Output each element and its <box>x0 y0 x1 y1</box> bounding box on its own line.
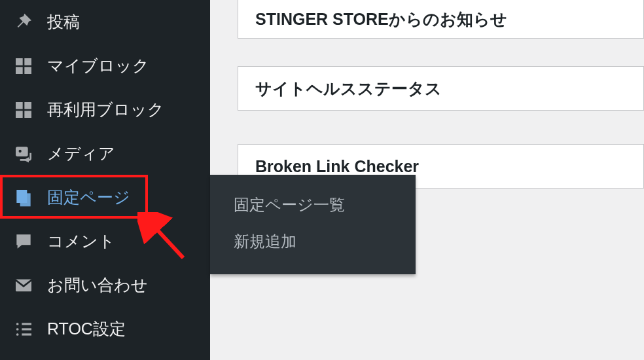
sidebar-item-media[interactable]: メディア <box>0 132 210 175</box>
media-icon <box>12 142 35 166</box>
submenu-item-label: 新規追加 <box>234 232 296 250</box>
sidebar-item-label: マイブロック <box>47 58 149 74</box>
svg-rect-2 <box>16 67 23 74</box>
admin-sidebar: 投稿 マイブロック 再利用ブロック <box>0 0 210 360</box>
svg-rect-11 <box>20 193 31 206</box>
comment-icon <box>12 230 35 253</box>
sidebar-item-pages[interactable]: 固定ページ <box>0 175 210 219</box>
submenu-item-label: 固定ページ一覧 <box>234 196 345 213</box>
submenu-item-pages-new[interactable]: 新規追加 <box>210 223 416 260</box>
panel-title: STINGER STOREからのお知らせ <box>255 9 507 30</box>
sidebar-item-reusable-blocks[interactable]: 再利用ブロック <box>0 88 210 132</box>
svg-rect-8 <box>16 147 28 156</box>
submenu-item-pages-list[interactable]: 固定ページ一覧 <box>210 187 416 223</box>
pin-icon <box>12 10 35 34</box>
grid-icon <box>12 98 35 122</box>
svg-rect-7 <box>24 111 31 118</box>
sidebar-item-label: 固定ページ <box>47 189 130 206</box>
sidebar-item-label: メディア <box>47 145 115 162</box>
svg-rect-3 <box>24 67 31 74</box>
svg-rect-5 <box>24 102 31 109</box>
sidebar-item-label: 再利用ブロック <box>47 101 164 118</box>
submenu-pages: 固定ページ一覧 新規追加 <box>210 175 416 274</box>
svg-point-14 <box>16 328 19 331</box>
svg-point-15 <box>16 333 19 336</box>
panel-title: サイトヘルスステータス <box>255 78 442 99</box>
sidebar-item-comments[interactable]: コメント <box>0 219 210 263</box>
list-icon <box>12 317 35 341</box>
sidebar-item-label: RTOC設定 <box>47 321 126 337</box>
dashboard-panel-sitehealth[interactable]: サイトヘルスステータス <box>238 66 644 111</box>
svg-rect-4 <box>16 102 23 109</box>
dashboard-panel-stinger[interactable]: STINGER STOREからのお知らせ <box>238 0 644 39</box>
mail-icon <box>12 274 35 297</box>
svg-rect-1 <box>24 58 31 65</box>
grid-icon <box>12 54 35 78</box>
sidebar-item-label: コメント <box>47 233 115 249</box>
sidebar-item-label: お問い合わせ <box>47 277 148 293</box>
sidebar-item-contact[interactable]: お問い合わせ <box>0 263 210 307</box>
pages-icon <box>12 186 35 209</box>
sidebar-item-rtoc[interactable]: RTOC設定 <box>0 307 210 351</box>
panel-title: Broken Link Checker <box>255 157 419 176</box>
sidebar-item-posts[interactable]: 投稿 <box>0 0 210 44</box>
sidebar-item-myblock[interactable]: マイブロック <box>0 44 210 88</box>
sidebar-item-label: 投稿 <box>47 14 80 30</box>
svg-point-13 <box>16 323 19 325</box>
svg-point-9 <box>19 149 22 152</box>
svg-rect-6 <box>16 111 23 118</box>
svg-rect-0 <box>16 58 23 65</box>
